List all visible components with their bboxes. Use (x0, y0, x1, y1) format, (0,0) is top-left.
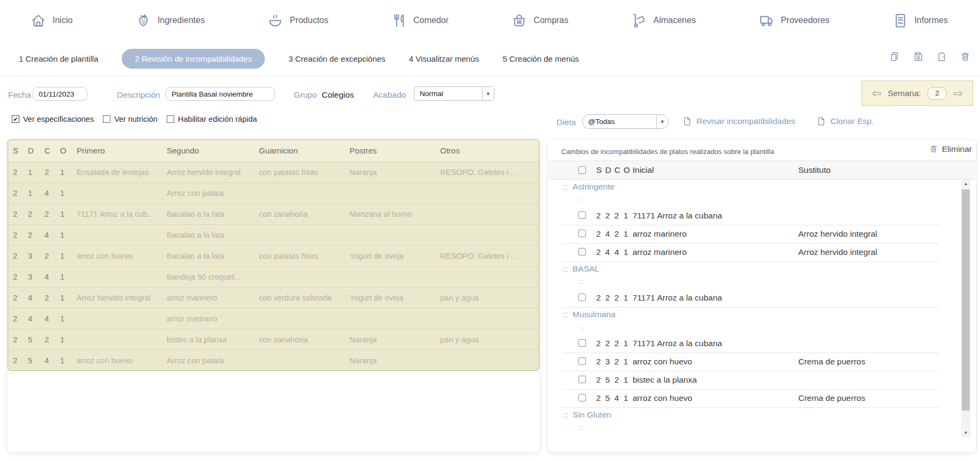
menu-table-row[interactable]: 2 4 4 1 arroz marinero (8, 308, 539, 329)
menu-table-row[interactable]: 2 2 2 1 71171 Arroz a la cub... Bacalao … (8, 203, 539, 224)
group-header-astringente[interactable]: :: Astringente (548, 180, 962, 195)
vertical-scrollbar[interactable]: ▲ ▼ (961, 180, 970, 437)
option-ver-especificaciones[interactable]: ✔ Ver especificaciones (12, 115, 94, 123)
option-habilitar-edicion-rapida[interactable]: Habilitar edición rápida (167, 115, 257, 123)
habilitar-edicion-rapida-checkbox[interactable] (167, 115, 174, 123)
cell-c: 2 (40, 287, 55, 308)
descripcion-input[interactable] (166, 87, 275, 101)
drag-handle-icon[interactable]: :: (579, 195, 584, 203)
incompat-row[interactable]: 2 5 4 1 arroz con huevo Crema de puerros (548, 390, 962, 408)
tab-creacion-excepciones[interactable]: 3 Creación de excepciónes (288, 54, 385, 63)
chevron-down-icon[interactable]: ▼ (656, 115, 668, 128)
exit-button[interactable] (936, 50, 948, 65)
incompat-row[interactable]: 2 2 2 1 71171 Arroz a la cubana (548, 289, 962, 308)
acabado-select[interactable]: Normal ▼ (414, 86, 494, 101)
menu-table-row[interactable]: 2 4 2 1 Arroz hervido integral arroz mar… (8, 287, 539, 308)
revisar-label: Revisar incompatibilidades (696, 116, 795, 126)
delete-button[interactable] (959, 50, 971, 65)
copy-button[interactable] (888, 50, 901, 65)
ver-nutricion-checkbox[interactable] (103, 115, 110, 123)
row-checkbox[interactable] (578, 294, 586, 301)
semana-input[interactable] (927, 87, 947, 100)
header-col-o: O (623, 165, 630, 175)
drag-handle-icon[interactable]: :: (579, 423, 584, 431)
eliminar-button[interactable]: Eliminar (929, 144, 972, 154)
nav-item-proveedores[interactable]: Proveedores (758, 12, 829, 30)
drag-handle-icon[interactable]: :: (563, 310, 568, 319)
row-checkbox[interactable] (578, 339, 586, 347)
ver-especificaciones-checkbox[interactable]: ✔ (12, 115, 19, 123)
toolbar-actions (888, 50, 971, 65)
incompat-group-basal: :: BASAL :: 2 2 2 1 71171 Arroz a la cub… (548, 262, 962, 308)
incompat-row[interactable]: 2 2 2 1 71171 Arroz a la cubana (548, 207, 962, 225)
menu-table-row[interactable]: 2 2 4 1 Bacalao a la lata (8, 224, 539, 245)
incompat-row[interactable]: 2 3 2 1 arroz con huevo Crema de puerros (548, 353, 962, 371)
drag-handle-icon[interactable]: :: (563, 265, 568, 273)
cell-s: 2 (8, 308, 23, 329)
cell-otros: RESOPO: Galetes i ... (435, 245, 539, 266)
incompat-row[interactable]: 2 4 4 1 arroz marinero Arroz hervido int… (548, 244, 962, 262)
select-all-checkbox[interactable] (578, 166, 586, 174)
tab-visualitzar-menus[interactable]: 4 Visualitzar menús (409, 54, 479, 63)
drag-handle-icon[interactable]: :: (563, 182, 568, 191)
semana-next-icon[interactable]: ⇨ (953, 87, 963, 99)
row-checkbox[interactable] (578, 248, 586, 255)
scroll-down-icon[interactable]: ▼ (961, 429, 970, 437)
cell-o: 1 (55, 182, 72, 203)
drag-handle-icon[interactable]: :: (563, 411, 568, 419)
menu-table-row[interactable]: 2 1 4 1 Arroz con patata (8, 182, 539, 203)
tab-creacion-menus[interactable]: 5 Creación de menús (502, 54, 579, 63)
cell-guarnicion (254, 350, 345, 371)
row-checkbox[interactable] (578, 230, 586, 237)
header-col-c: C (614, 165, 620, 175)
menu-col-header: C (40, 140, 55, 162)
option-ver-nutricion[interactable]: Ver nutrición (103, 115, 158, 123)
row-inicial: bistec a la planxa (633, 375, 697, 385)
menu-table-row[interactable]: 2 1 2 1 Ensalada de lentejas Arroz hervi… (8, 162, 539, 182)
incompat-row[interactable]: 2 4 2 1 arroz marinero Arroz hervido int… (548, 225, 962, 244)
semana-prev-icon[interactable]: ⇦ (872, 87, 881, 99)
row-checkbox[interactable] (578, 394, 586, 401)
group-subhandle: :: (548, 195, 962, 207)
menu-table-wrap: SDCOPrimeroSegundoGuarnicionPostresOtros… (8, 140, 539, 371)
incompat-row[interactable]: 2 2 2 1 71171 Arroz a la cubana (548, 335, 962, 353)
nav-item-compras[interactable]: Compras (510, 12, 568, 30)
cell-segundo: Arroz con patata (162, 350, 254, 371)
row-checkbox[interactable] (578, 357, 586, 365)
row-checkbox[interactable] (578, 211, 586, 219)
nav-item-informes[interactable]: Informes (892, 12, 948, 30)
menu-table-row[interactable]: 2 3 4 1 Bandeja 50 croquet... (8, 266, 539, 287)
chevron-down-icon[interactable]: ▼ (482, 87, 494, 100)
row-checkbox[interactable] (578, 376, 586, 383)
nav-item-almacenes[interactable]: Almacenes (630, 12, 696, 30)
scrollbar-thumb[interactable] (962, 189, 970, 411)
page-icon (816, 116, 827, 127)
incompat-row[interactable]: 2 5 2 1 bistec a la planxa (548, 371, 962, 390)
clonar-esp-button[interactable]: Clonar Esp. (816, 116, 874, 127)
group-header-musulmana[interactable]: :: Musulmana (548, 308, 962, 323)
nav-item-productos[interactable]: Productos (266, 12, 328, 30)
scroll-up-icon[interactable]: ▲ (961, 180, 970, 188)
cell-otros (435, 350, 539, 371)
menu-table-row[interactable]: 2 5 4 1 arroz con huevo Arroz con patata… (8, 350, 539, 371)
group-header-basal[interactable]: :: BASAL (548, 262, 962, 277)
save-button[interactable] (912, 50, 924, 65)
group-header-sin-gluten[interactable]: :: Sin Gluten (548, 408, 962, 423)
tab-creacion-plantilla[interactable]: 1 Creación de plantilla (19, 54, 98, 63)
nav-item-ingredientes[interactable]: Ingredientes (135, 12, 205, 30)
fecha-input[interactable] (33, 87, 87, 101)
cell-primero (72, 224, 162, 245)
header-col-d: D (605, 165, 611, 175)
drag-handle-icon[interactable]: :: (579, 277, 584, 286)
nav-item-inicio[interactable]: Inicio (29, 12, 72, 30)
dieta-select[interactable]: @Todas ▼ (582, 114, 669, 129)
cell-o: 1 (55, 329, 72, 350)
nav-item-comedor[interactable]: Comedor (390, 12, 449, 30)
cell-s: 2 (8, 245, 23, 266)
menu-table-row[interactable]: 2 5 2 1 bistec a la planxa con zanahoria… (8, 329, 539, 350)
menu-table-row[interactable]: 2 3 2 1 arroz con huevo Bacalao a la lat… (8, 245, 539, 266)
tab-revision-incompatibilidades[interactable]: 2 Revisión de incompatibilidades (122, 49, 264, 69)
trash-icon (959, 50, 971, 63)
drag-handle-icon[interactable]: :: (579, 323, 584, 331)
revisar-incompatibilidades-button[interactable]: Revisar incompatibilidades (682, 116, 795, 127)
